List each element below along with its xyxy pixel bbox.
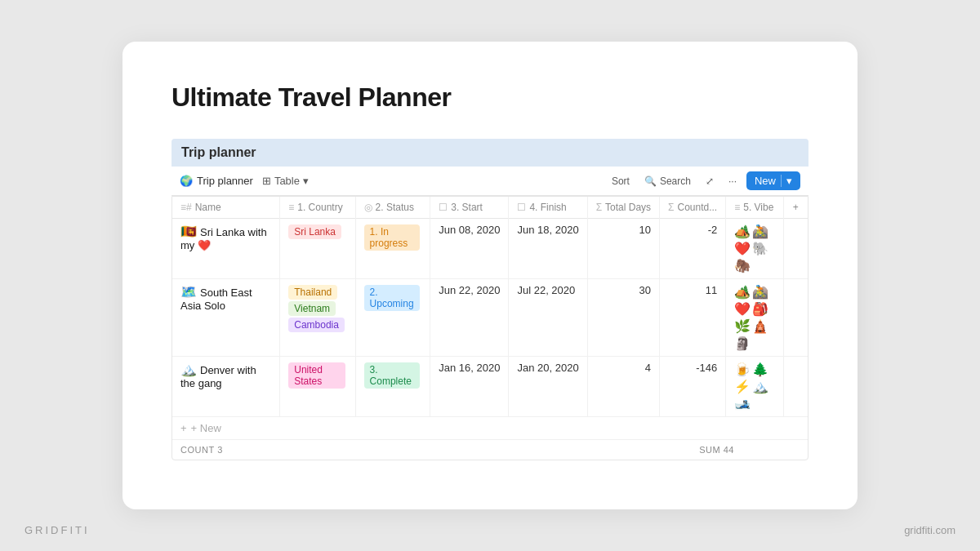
- vibe-emoji: 🚵: [752, 224, 768, 239]
- db-header-title: Trip planner: [181, 145, 256, 159]
- new-button-caret: ▾: [781, 175, 792, 187]
- table-header-row: ≡#Name ≡1. Country ◎2. Status ☐3. Start …: [172, 197, 808, 219]
- cell-empty: [783, 357, 808, 417]
- status-badge: 3. Complete: [364, 362, 421, 389]
- db-name-label: 🌍 Trip planner: [180, 175, 253, 187]
- vibe-emoji: 🐘: [752, 241, 768, 256]
- cell-finish: Jan 20, 2020: [509, 357, 587, 417]
- cell-empty: [783, 219, 808, 279]
- table-icon: ⊞: [262, 175, 271, 187]
- vibe-emoji: 🏕️: [734, 224, 751, 239]
- status-badge: 2. Upcoming: [364, 285, 421, 311]
- cell-start: Jun 22, 2020: [430, 279, 509, 357]
- table-footer: COUNT 3 SUM 44: [172, 440, 808, 460]
- vibe-emoji: 🚵: [752, 284, 768, 300]
- count-stat: COUNT 3: [180, 445, 223, 455]
- cell-name: 🇱🇰Sri Lanka with my ❤️: [172, 219, 280, 279]
- db-header: Trip planner: [172, 139, 808, 167]
- expand-icon: ⤢: [706, 176, 714, 187]
- col-country: ≡1. Country: [280, 197, 355, 219]
- cell-countdown: 11: [660, 279, 726, 357]
- vibe-emoji: 🏔️: [752, 379, 768, 394]
- table-row[interactable]: 🗺️South East Asia SoloThailandVietnamCam…: [172, 279, 808, 357]
- vibe-emoji: ❤️: [734, 301, 751, 317]
- cell-vibe: 🏕️🚵❤️🎒🌿🛕🗿: [726, 279, 783, 357]
- vibe-emoji: 🗿: [734, 335, 751, 351]
- sum-stat: SUM 44: [699, 445, 734, 455]
- vibe-emoji: ❤️: [734, 241, 751, 256]
- cell-status: 1. In progress: [355, 219, 430, 279]
- col-status: ◎2. Status: [355, 197, 430, 219]
- search-icon: 🔍: [644, 176, 657, 187]
- cell-start: Jan 16, 2020: [430, 357, 509, 417]
- country-tag: Cambodia: [288, 318, 345, 332]
- sort-button[interactable]: Sort: [607, 173, 635, 189]
- vibe-emoji: 🛕: [752, 318, 768, 334]
- cell-total-days: 30: [587, 279, 659, 357]
- expand-button[interactable]: ⤢: [701, 173, 719, 189]
- db-toolbar: 🌍 Trip planner ⊞ Table ▾ Sort 🔍 Search ⤢…: [172, 167, 808, 196]
- cell-countdown: -2: [660, 219, 726, 279]
- more-button[interactable]: ···: [724, 173, 742, 189]
- plus-icon: +: [180, 422, 187, 434]
- cell-name: 🏔️Denver with the gang: [172, 357, 280, 417]
- search-button[interactable]: 🔍 Search: [639, 173, 696, 189]
- more-icon: ···: [728, 176, 737, 187]
- brand-label: GRIDFITI: [24, 524, 90, 536]
- cell-total-days: 4: [587, 357, 659, 417]
- cell-vibe: 🍺🌲⚡🏔️🎿: [726, 357, 783, 417]
- new-row-button[interactable]: + + New: [172, 417, 808, 440]
- col-start: ☐3. Start: [430, 197, 509, 219]
- cell-empty: [783, 279, 808, 357]
- table-row[interactable]: 🇱🇰Sri Lanka with my ❤️Sri Lanka1. In pro…: [172, 219, 808, 279]
- toolbar-right: Sort 🔍 Search ⤢ ··· New ▾: [607, 171, 800, 190]
- globe-icon: 🌍: [180, 175, 193, 187]
- toolbar-left: 🌍 Trip planner ⊞ Table ▾: [180, 173, 602, 189]
- cell-country: United States: [280, 357, 355, 417]
- cell-vibe: 🏕️🚵❤️🐘🦣: [726, 219, 783, 279]
- cell-name: 🗺️South East Asia Solo: [172, 279, 280, 357]
- url-label: gridfiti.com: [904, 524, 956, 536]
- cell-status: 2. Upcoming: [355, 279, 430, 357]
- col-vibe: ≡5. Vibe: [726, 197, 783, 219]
- vibe-emoji: 🏕️: [734, 284, 751, 300]
- cell-total-days: 10: [587, 219, 659, 279]
- cell-finish: Jul 22, 2020: [509, 279, 587, 357]
- db-wrapper: ≡#Name ≡1. Country ◎2. Status ☐3. Start …: [172, 196, 808, 460]
- vibe-emoji: 🌿: [734, 318, 751, 334]
- table-view-button[interactable]: ⊞ Table ▾: [258, 173, 313, 189]
- new-button[interactable]: New ▾: [746, 171, 800, 190]
- cell-countdown: -146: [660, 357, 726, 417]
- col-countdown: ΣCountd...: [660, 197, 726, 219]
- add-col-btn[interactable]: +: [783, 197, 808, 219]
- vibe-emoji: 🍺: [734, 362, 751, 377]
- vibe-emoji: 🌲: [752, 362, 768, 377]
- trip-table: ≡#Name ≡1. Country ◎2. Status ☐3. Start …: [172, 197, 808, 417]
- country-tag: Thailand: [288, 285, 337, 300]
- vibe-emoji: 🦣: [734, 258, 751, 273]
- main-card: Ultimate Travel Planner Trip planner 🌍 T…: [122, 42, 858, 509]
- col-finish: ☐4. Finish: [509, 197, 587, 219]
- col-total-days: ΣTotal Days: [587, 197, 659, 219]
- cell-start: Jun 08, 2020: [430, 219, 509, 279]
- col-name: ≡#Name: [172, 197, 280, 219]
- vibe-emoji: 🎒: [752, 301, 768, 317]
- caret-icon: ▾: [303, 175, 309, 187]
- vibe-emoji: 🎿: [734, 396, 751, 411]
- country-tag: Vietnam: [288, 301, 336, 316]
- table-row[interactable]: 🏔️Denver with the gangUnited States3. Co…: [172, 357, 808, 417]
- cell-country: Sri Lanka: [280, 219, 355, 279]
- page-title: Ultimate Travel Planner: [172, 82, 808, 113]
- cell-status: 3. Complete: [355, 357, 430, 417]
- country-tag: United States: [288, 362, 345, 389]
- cell-finish: Jun 18, 2020: [509, 219, 587, 279]
- status-badge: 1. In progress: [364, 224, 421, 251]
- country-tag: Sri Lanka: [288, 224, 341, 239]
- cell-country: ThailandVietnamCambodia: [280, 279, 355, 357]
- vibe-emoji: ⚡: [734, 379, 751, 394]
